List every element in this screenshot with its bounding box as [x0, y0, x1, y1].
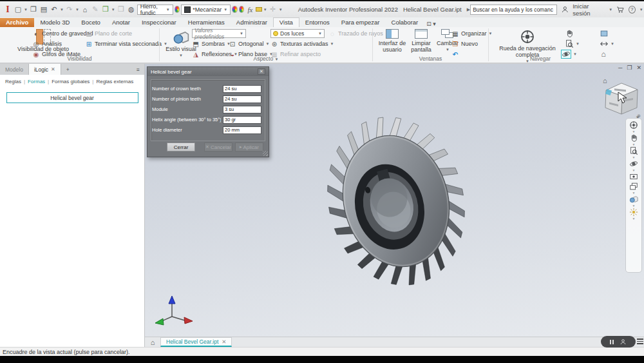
material-dropdown[interactable]: Hierro, fundic ▼ — [137, 5, 173, 15]
view-cube[interactable]: ⌂ ▾ — [600, 74, 643, 121]
store-cart-icon[interactable] — [616, 5, 625, 14]
texturas-button[interactable]: ⊛ Texturas activadas ▼ — [270, 39, 334, 48]
zoom-icon[interactable] — [629, 146, 638, 155]
home-tab-icon[interactable]: ⌂ — [145, 337, 160, 347]
tab-modelo-3d[interactable]: Modelo 3D — [34, 18, 75, 27]
orbit-icon[interactable] — [629, 159, 638, 168]
helix-angle-input[interactable] — [223, 116, 261, 124]
viewcube-home-icon[interactable]: ⌂ — [603, 77, 607, 84]
chevron-down-icon[interactable]: ▼ — [263, 8, 267, 12]
browser-tab-ilogic[interactable]: iLogic ✕ — [28, 64, 61, 75]
ribbon-display-options-icon[interactable]: ⊡ ▾ — [426, 21, 436, 27]
undo-icon[interactable]: ↶ — [50, 5, 59, 15]
add-browser-tab-button[interactable]: + — [61, 64, 75, 75]
document-tab[interactable]: Helical Bevel Gear.ipt ✕ — [160, 337, 232, 347]
link-formas[interactable]: Formas — [28, 79, 45, 84]
tab-boceto[interactable]: Boceto — [75, 18, 106, 27]
dialog-close-icon[interactable]: ✕ — [258, 68, 265, 75]
help-icon[interactable]: ? — [629, 6, 636, 14]
chevron-down-icon[interactable]: ▼ — [632, 191, 636, 194]
recorder-menu-icon[interactable] — [637, 337, 643, 346]
return-cube-icon[interactable]: ❒ — [101, 5, 110, 15]
pinion-teeth-input[interactable] — [223, 95, 261, 103]
webcam-person-icon[interactable] — [620, 338, 627, 346]
chevron-down-icon[interactable]: ▼ — [632, 169, 636, 172]
chevron-down-icon[interactable]: ▼ — [24, 8, 28, 12]
tab-anotar[interactable]: Anotar — [106, 18, 136, 27]
ortogonal-button[interactable]: ⊡ Ortogonal ▼ — [229, 39, 269, 48]
chevron-down-icon[interactable]: ▼ — [632, 217, 636, 220]
helical-bevel-gear-form-button[interactable]: Helical bevel gear — [6, 92, 138, 103]
pan-hand-icon[interactable] — [629, 133, 638, 142]
doc-close-icon[interactable]: ✕ — [636, 64, 641, 71]
pan-button[interactable] — [565, 29, 574, 38]
chevron-down-icon[interactable]: ▼ — [632, 143, 636, 146]
zoom-window-button[interactable]: ▼ — [565, 39, 580, 48]
lights-dropdown[interactable]: Dos luces ▼ — [270, 29, 325, 38]
group-label-aspecto[interactable]: Aspecto ▼ — [160, 55, 372, 62]
inventor-logo-icon[interactable]: I — [3, 5, 12, 15]
interfaz-usuario-button[interactable]: Interfaz de usuario — [378, 28, 406, 53]
browser-tab-modelo[interactable]: Modelo — [0, 64, 28, 75]
crown-teeth-input[interactable] — [223, 85, 261, 93]
gear-3d-model[interactable] — [306, 111, 486, 291]
measure-icon[interactable] — [256, 7, 261, 12]
chevron-down-icon[interactable]: ▼ — [639, 8, 643, 12]
tab-herramientas[interactable]: Herramientas — [182, 18, 231, 27]
preset-values-dropdown[interactable]: Valores predefinidos ▼ — [192, 29, 246, 38]
module-input[interactable] — [223, 106, 261, 113]
close-document-icon[interactable]: ✕ — [222, 338, 226, 345]
terminar-vista-button[interactable]: ⊞ Terminar vista seccionada ▼ — [85, 39, 167, 48]
parameters-fx-icon[interactable]: fx — [245, 5, 254, 15]
home-view-button[interactable]: ⌂ — [600, 50, 607, 59]
dialog-title-bar[interactable]: Helical bevel gear ✕ — [147, 67, 269, 76]
adjust-color-icon[interactable] — [232, 6, 238, 13]
appearance-dropdown[interactable]: *Mecanizar ▼ — [181, 5, 231, 15]
save-icon[interactable]: ▤ — [39, 5, 48, 15]
link-reglas[interactable]: Reglas — [5, 79, 21, 84]
chevron-down-icon[interactable]: ▼ — [609, 8, 612, 12]
navigation-wheel-icon[interactable] — [629, 121, 638, 130]
organizar-button[interactable]: ▦ Organizar ▼ — [451, 29, 492, 38]
hole-diameter-input[interactable] — [223, 126, 261, 134]
tab-para-empezar[interactable]: Para empezar — [336, 18, 386, 27]
toolbar-options-icon[interactable]: ▼ — [279, 8, 283, 12]
cerrar-button[interactable]: Cerrar — [167, 142, 195, 152]
view-face-icon[interactable] — [629, 182, 638, 191]
screen-recorder-pill[interactable] — [601, 336, 636, 348]
tab-entornos[interactable]: Entornos — [299, 18, 336, 27]
chevron-down-icon[interactable]: ▼ — [111, 8, 115, 12]
tab-colaborar[interactable]: Colaborar — [386, 18, 424, 27]
visual-style-icon[interactable] — [629, 195, 638, 204]
chevron-down-icon[interactable]: ▼ — [60, 8, 64, 12]
clear-appearance-icon[interactable] — [239, 6, 245, 13]
lighting-icon[interactable] — [629, 208, 638, 217]
navbar-close-icon[interactable]: ⊗ — [637, 113, 641, 119]
tab-inspeccionar[interactable]: Inspeccionar — [136, 18, 182, 27]
sombras-button[interactable]: ⬒ Sombras ▼ — [192, 39, 231, 48]
tab-administrar[interactable]: Administrar — [231, 18, 273, 27]
analisis-button[interactable]: ◎ Análisis — [32, 39, 62, 48]
pause-icon[interactable] — [610, 340, 614, 344]
close-tab-icon[interactable]: ✕ — [51, 66, 55, 72]
browser-menu-icon[interactable]: ≡ — [132, 64, 144, 75]
chevron-down-icon[interactable]: ▼ — [632, 130, 636, 133]
chevron-down-icon[interactable]: ▼ — [632, 156, 636, 159]
chevron-down-icon[interactable]: ▼ — [632, 204, 636, 207]
link-formas-globales[interactable]: Formas globales — [52, 79, 90, 84]
open-file-icon[interactable]: ❐ — [29, 5, 38, 15]
fit-view-button[interactable]: ▼ — [600, 39, 614, 48]
new-file-icon[interactable]: ▢ — [14, 5, 23, 15]
help-search-input[interactable] — [470, 5, 556, 15]
dialog-resize-grip[interactable] — [263, 151, 268, 156]
tab-vista[interactable]: Vista — [273, 17, 299, 27]
doc-minimize-icon[interactable]: ─ — [618, 64, 622, 71]
centro-gravedad-button[interactable]: ◐ Centro de gravedad — [32, 29, 93, 38]
zoom-all-button[interactable] — [600, 29, 609, 38]
limpiar-pantalla-button[interactable]: Limpiar pantalla — [408, 28, 435, 53]
look-at-icon[interactable] — [629, 172, 638, 181]
color-wheel-icon[interactable] — [175, 6, 180, 13]
link-reglas-externas[interactable]: Reglas externas — [96, 79, 133, 84]
nuevo-button[interactable]: ❒ Nuevo — [451, 39, 478, 48]
tab-archivo[interactable]: Archivo — [0, 18, 34, 27]
